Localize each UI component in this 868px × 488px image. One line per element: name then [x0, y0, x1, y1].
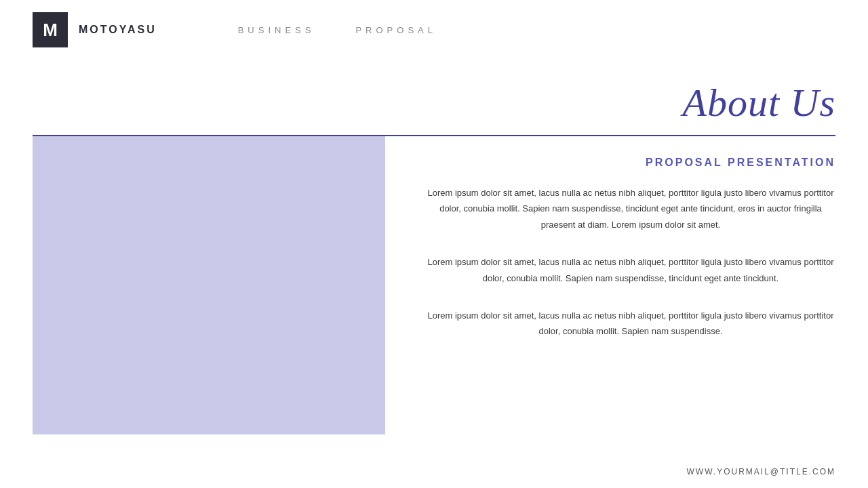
logo-box: M [33, 12, 68, 47]
content-area: PROPOSAL PRESENTATION Lorem ipsum dolor … [0, 136, 868, 434]
header: M MOTOYASU BUSINESS PROPOSAL [0, 0, 868, 60]
nav-item-proposal[interactable]: PROPOSAL [355, 25, 437, 35]
text-block-1: Lorem ipsum dolor sit amet, lacus nulla … [426, 185, 835, 232]
title-section: About Us [0, 60, 868, 125]
page-title: About Us [33, 80, 835, 125]
image-placeholder [33, 136, 385, 434]
text-block-2: Lorem ipsum dolor sit amet, lacus nulla … [426, 254, 835, 286]
section-title: PROPOSAL PRESENTATION [426, 157, 835, 169]
paragraph-1: Lorem ipsum dolor sit amet, lacus nulla … [426, 185, 835, 232]
header-nav: BUSINESS PROPOSAL [238, 25, 437, 35]
text-area: PROPOSAL PRESENTATION Lorem ipsum dolor … [385, 136, 868, 434]
paragraph-3: Lorem ipsum dolor sit amet, lacus nulla … [426, 308, 835, 340]
footer-email: WWW.YOURMAIL@TITLE.COM [686, 467, 835, 476]
nav-item-business[interactable]: BUSINESS [238, 25, 315, 35]
paragraph-2: Lorem ipsum dolor sit amet, lacus nulla … [426, 254, 835, 286]
header-left: M MOTOYASU [33, 12, 181, 47]
text-block-3: Lorem ipsum dolor sit amet, lacus nulla … [426, 308, 835, 340]
logo-letter: M [43, 21, 58, 39]
footer: WWW.YOURMAIL@TITLE.COM [686, 465, 835, 477]
brand-name: MOTOYASU [79, 24, 157, 36]
